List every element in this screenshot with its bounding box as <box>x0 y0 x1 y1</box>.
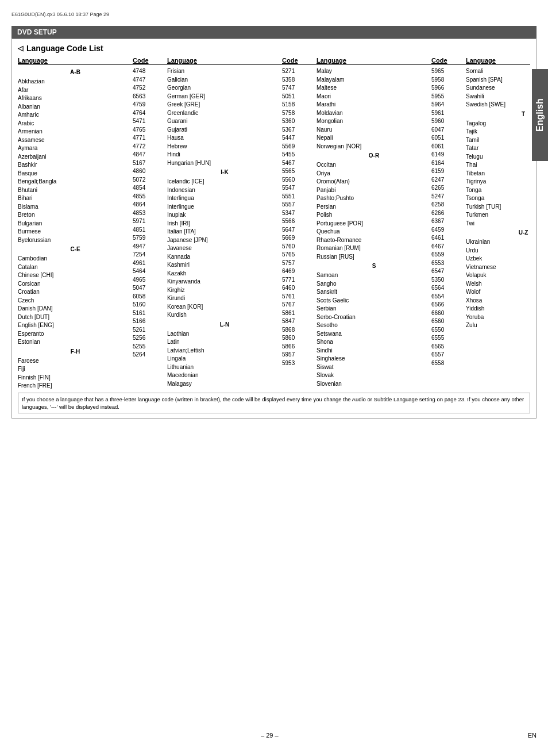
lang-col-1-codes: 4748474747526563475947645471476547714772… <box>133 67 167 390</box>
list-item: 5560 <box>282 176 317 185</box>
list-item: 4765 <box>133 126 167 135</box>
list-item: Albanian <box>18 103 133 112</box>
list-item: Bihari <box>18 194 133 203</box>
section-label: I-K <box>167 167 282 178</box>
list-item: Icelandic [ICE] <box>167 178 282 186</box>
list-item: 5551 <box>282 193 317 201</box>
list-item: 6555 <box>431 334 466 343</box>
list-item: 4851 <box>133 226 167 235</box>
section-label: F-H <box>18 347 133 357</box>
list-item: 5467 <box>282 159 317 168</box>
list-item: 5557 <box>282 201 317 209</box>
col2-code-header: Code <box>282 56 317 64</box>
list-item: 5051 <box>282 93 317 101</box>
page-footer: – 29 – EN <box>0 732 548 739</box>
list-item: 5771 <box>282 276 317 285</box>
list-item: 5464 <box>133 267 167 276</box>
list-item: 5166 <box>133 317 167 326</box>
list-item: 5961 <box>431 109 466 118</box>
list-item: 5350 <box>431 276 466 285</box>
list-item: Thai <box>466 161 548 170</box>
list-item: Corsican <box>18 280 133 289</box>
col2-lang-header: Language <box>167 56 282 64</box>
list-item: German [GER] <box>167 93 282 101</box>
list-item: 6566 <box>431 301 466 309</box>
list-item: 6564 <box>431 284 466 293</box>
list-item: 4864 <box>133 201 167 209</box>
list-item: Russian [RUS] <box>317 253 431 262</box>
list-item: Kirghiz <box>167 286 282 295</box>
list-item: 4855 <box>133 193 167 201</box>
list-item: Latin <box>167 338 282 347</box>
list-item: Samoan <box>317 271 431 280</box>
list-item: Fiji <box>18 365 133 374</box>
list-item: 6051 <box>431 134 466 143</box>
list-item: Bashkir <box>18 161 133 170</box>
list-item: 4772 <box>133 143 167 151</box>
list-item: Burmese <box>18 228 133 236</box>
list-item: 6266 <box>431 209 466 218</box>
list-item: Sesotho <box>317 321 431 330</box>
list-item: Vietnamese <box>466 263 548 272</box>
col3-code-header: Code <box>431 56 466 64</box>
list-item: Sindhi <box>317 347 431 355</box>
list-item: Armenian <box>18 128 133 136</box>
list-item: English [ENG] <box>18 321 133 330</box>
col1-lang-header: Language <box>18 56 133 64</box>
list-item: Wolof <box>466 288 548 297</box>
list-item: Estonian <box>18 338 133 347</box>
list-item: French [FRE] <box>18 382 133 390</box>
col3-lang-header: Language <box>317 56 431 64</box>
list-item: 5358 <box>282 76 317 85</box>
list-item: Afar <box>18 86 133 95</box>
list-item: 5569 <box>282 143 317 151</box>
list-item: Tibetan <box>466 170 548 178</box>
list-item: Yiddish <box>466 305 548 313</box>
list-item: 6258 <box>431 201 466 209</box>
list-item: Tsonga <box>466 194 548 203</box>
list-item: Arabic <box>18 120 133 128</box>
list-item: 6461 <box>431 234 466 243</box>
list-item: 4860 <box>133 167 167 176</box>
list-item: 4752 <box>133 84 167 93</box>
list-item: 5767 <box>282 301 317 309</box>
language-columns: A-BAbkhazianAfarAfrikaansAlbanianAmharic… <box>18 67 530 390</box>
lang-col-2: FrisianGalicianGeorgianGerman [GER]Greek… <box>167 67 282 390</box>
list-item: 5158 <box>282 101 317 109</box>
list-item: 4961 <box>133 259 167 268</box>
list-item: 4764 <box>133 109 167 118</box>
list-item: Maori <box>317 93 431 101</box>
list-item: Aymara <box>18 144 133 153</box>
list-item: 5761 <box>282 293 317 301</box>
list-item: Inupiak <box>167 211 282 220</box>
list-item: Turkmen <box>466 211 548 220</box>
list-item: Laothian <box>167 330 282 339</box>
list-item: Sanskrit <box>317 288 431 297</box>
list-item: Oriya <box>317 170 431 178</box>
list-item: Breton <box>18 211 133 220</box>
list-item: 5271 <box>282 67 317 76</box>
list-item: Nepali <box>317 134 431 143</box>
list-item: 5971 <box>133 217 167 226</box>
list-item: Malay <box>317 67 431 76</box>
list-item: Tonga <box>466 186 548 195</box>
list-item: Setswana <box>317 330 431 339</box>
list-item: 4748 <box>133 67 167 76</box>
list-item: 5966 <box>431 84 466 93</box>
list-item: 5247 <box>431 193 466 201</box>
list-item: Macedonian <box>167 371 282 380</box>
list-item: 4854 <box>133 184 167 193</box>
list-item: 5647 <box>282 226 317 235</box>
list-item: 5367 <box>282 126 317 135</box>
section-label: O-R <box>317 151 431 161</box>
list-item: Slovak <box>317 371 431 380</box>
list-item: Rhaeto-Romance <box>317 236 431 245</box>
list-item: Interlingua <box>167 194 282 203</box>
list-item: Ukrainian <box>466 238 548 247</box>
sidebar-english: English <box>532 69 548 161</box>
list-item: Panjabi <box>317 186 431 195</box>
list-item: Cambodian <box>18 255 133 263</box>
list-item: Galician <box>167 76 282 85</box>
list-item: Portuguese [POR] <box>317 220 431 228</box>
list-item: Scots Gaelic <box>317 297 431 305</box>
